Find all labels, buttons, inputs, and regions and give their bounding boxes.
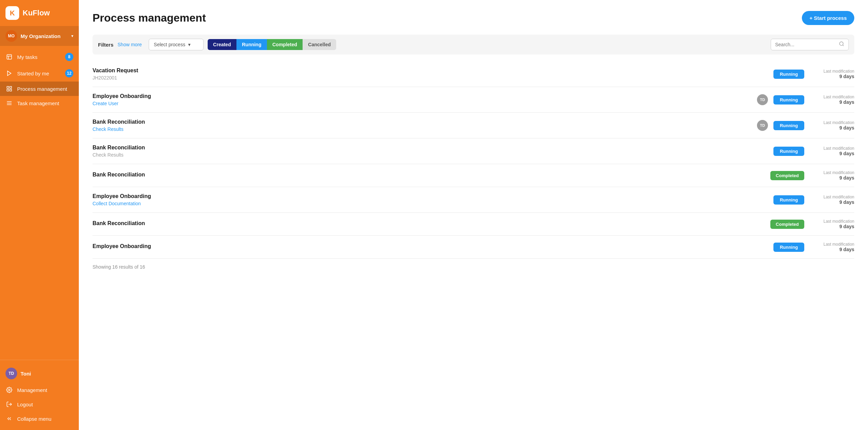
- start-process-button[interactable]: + Start process: [802, 11, 854, 25]
- sidebar-item-management[interactable]: Management: [0, 383, 79, 397]
- management-label: Management: [17, 387, 47, 393]
- logout-icon: [5, 401, 13, 407]
- sidebar-item-my-tasks[interactable]: My tasks 8: [0, 49, 79, 65]
- process-info: Bank Reconciliation Check Results: [93, 119, 757, 132]
- status-badge: Running: [773, 95, 804, 105]
- modification-info: Last modification 9 days: [810, 146, 854, 156]
- process-right: Running Last modification 9 days: [773, 195, 854, 205]
- process-item[interactable]: Employee Onboarding Running Last modific…: [93, 236, 854, 259]
- sidebar-item-logout[interactable]: Logout: [0, 397, 79, 411]
- mod-label: Last modification: [810, 195, 854, 199]
- page-header: Process management + Start process: [93, 11, 854, 25]
- sidebar-item-task-management[interactable]: Task management: [0, 96, 79, 110]
- process-sub: Create User: [93, 101, 757, 106]
- organization-selector[interactable]: MO My Organization ▾: [0, 26, 79, 46]
- mod-value: 9 days: [810, 125, 854, 131]
- process-info: Bank Reconciliation Check Results: [93, 145, 773, 158]
- process-item[interactable]: Employee Onboarding Create User TD Runni…: [93, 87, 854, 113]
- mod-value: 9 days: [810, 199, 854, 205]
- process-name: Bank Reconciliation: [93, 145, 773, 151]
- process-name: Bank Reconciliation: [93, 220, 770, 226]
- process-sub: Check Results: [93, 152, 773, 158]
- select-process-dropdown[interactable]: Select process ▾: [149, 39, 204, 50]
- modification-info: Last modification 9 days: [810, 242, 854, 252]
- modification-info: Last modification 9 days: [810, 69, 854, 79]
- svg-rect-5: [10, 86, 12, 88]
- process-sub: JH2022001: [93, 75, 773, 81]
- process-item[interactable]: Bank Reconciliation Check Results TD Run…: [93, 113, 854, 138]
- sidebar-item-process-management[interactable]: Process management: [0, 82, 79, 96]
- status-badge: Completed: [770, 171, 804, 180]
- process-item[interactable]: Bank Reconciliation Completed Last modif…: [93, 213, 854, 236]
- mod-label: Last modification: [810, 170, 854, 175]
- process-item[interactable]: Employee Onboarding Collect Documentatio…: [93, 187, 854, 213]
- filter-tab-completed[interactable]: Completed: [267, 39, 303, 50]
- sidebar-label-started-by-me: Started by me: [17, 71, 49, 76]
- sidebar-nav: My tasks 8 Started by me 12 Process mana…: [0, 46, 79, 360]
- status-badge: Completed: [770, 220, 804, 229]
- process-item[interactable]: Bank Reconciliation Check Results Runnin…: [93, 138, 854, 164]
- status-badge: Running: [773, 243, 804, 252]
- chevron-down-icon: ▾: [71, 34, 73, 38]
- sidebar-bottom: TD Toni Management Logout Collapse menu: [0, 360, 79, 430]
- started-icon: [5, 70, 13, 76]
- mod-value: 9 days: [810, 247, 854, 252]
- status-badge: Running: [773, 70, 804, 79]
- svg-rect-7: [10, 89, 12, 91]
- search-icon: [839, 41, 844, 48]
- svg-marker-3: [8, 71, 11, 76]
- process-right: Running Last modification 9 days: [773, 69, 854, 79]
- logo-area: K KuFlow: [0, 0, 79, 26]
- status-badge: Running: [773, 121, 804, 130]
- task-mgmt-icon: [5, 100, 13, 106]
- logo-icon: K: [5, 6, 19, 20]
- management-icon: [5, 387, 13, 393]
- process-right: Running Last modification 9 days: [773, 242, 854, 252]
- process-name: Vacation Request: [93, 67, 773, 74]
- filter-tab-running[interactable]: Running: [236, 39, 267, 50]
- process-item[interactable]: Bank Reconciliation Completed Last modif…: [93, 164, 854, 187]
- svg-point-11: [9, 389, 10, 391]
- filter-tab-created[interactable]: Created: [208, 39, 236, 50]
- sidebar-item-started-by-me[interactable]: Started by me 12: [0, 65, 79, 82]
- sidebar-label-my-tasks: My tasks: [17, 54, 37, 60]
- process-sub: Collect Documentation: [93, 201, 773, 206]
- process-icon: [5, 86, 13, 92]
- mod-value: 9 days: [810, 74, 854, 79]
- process-name: Employee Onboarding: [93, 243, 773, 249]
- search-box: [771, 39, 849, 50]
- sidebar-label-process-management: Process management: [17, 86, 67, 92]
- modification-info: Last modification 9 days: [810, 195, 854, 205]
- process-sub: Check Results: [93, 126, 757, 132]
- mod-label: Last modification: [810, 120, 854, 125]
- showing-results: Showing 16 results of 16: [93, 264, 854, 270]
- sidebar-label-task-management: Task management: [17, 100, 59, 106]
- sidebar: K KuFlow MO My Organization ▾ My tasks 8…: [0, 0, 79, 430]
- filter-tab-cancelled[interactable]: Cancelled: [303, 39, 336, 50]
- collapse-label: Collapse menu: [17, 416, 51, 422]
- mod-value: 9 days: [810, 175, 854, 181]
- process-right: Completed Last modification 9 days: [770, 219, 854, 229]
- process-info: Employee Onboarding: [93, 243, 773, 251]
- assignee-avatar: TD: [757, 94, 768, 105]
- process-info: Vacation Request JH2022001: [93, 67, 773, 81]
- process-right: Completed Last modification 9 days: [770, 170, 854, 181]
- mod-value: 9 days: [810, 99, 854, 105]
- org-avatar: MO: [5, 30, 17, 42]
- process-right: Running Last modification 9 days: [773, 146, 854, 156]
- process-info: Employee Onboarding Collect Documentatio…: [93, 193, 773, 206]
- process-item[interactable]: Vacation Request JH2022001 Running Last …: [93, 61, 854, 87]
- svg-point-13: [840, 42, 843, 46]
- svg-line-14: [843, 45, 844, 46]
- show-more-link[interactable]: Show more: [118, 42, 142, 47]
- process-list: Vacation Request JH2022001 Running Last …: [93, 61, 854, 259]
- sidebar-item-collapse[interactable]: Collapse menu: [0, 411, 79, 426]
- modification-info: Last modification 9 days: [810, 170, 854, 181]
- status-badge: Running: [773, 195, 804, 205]
- svg-rect-6: [7, 89, 9, 91]
- process-right: TD Running Last modification 9 days: [757, 120, 854, 131]
- mod-value: 9 days: [810, 151, 854, 156]
- main-content: Process management + Start process Filte…: [79, 0, 868, 430]
- search-input[interactable]: [775, 42, 837, 47]
- mod-label: Last modification: [810, 95, 854, 99]
